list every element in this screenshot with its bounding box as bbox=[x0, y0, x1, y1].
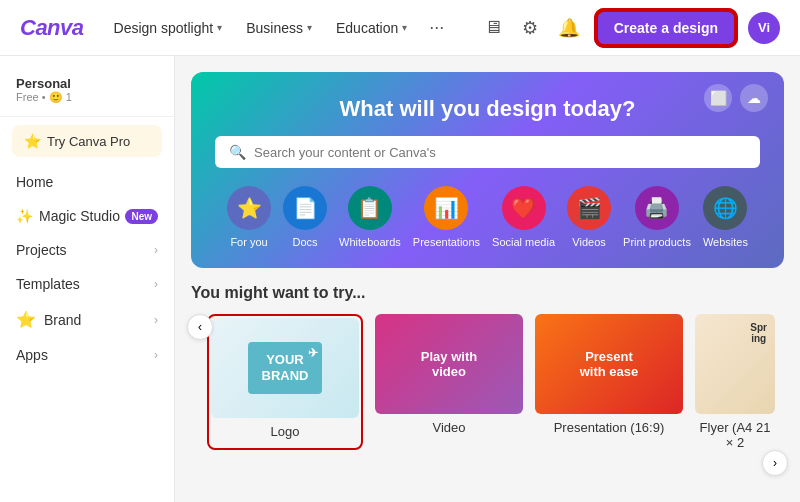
bell-icon[interactable]: 🔔 bbox=[554, 13, 584, 43]
chevron-right-icon: › bbox=[154, 313, 158, 327]
video-card-label: Video bbox=[375, 420, 523, 435]
category-foryou[interactable]: ⭐ For you bbox=[227, 186, 271, 248]
category-social-media[interactable]: ❤️ Social media bbox=[492, 186, 555, 248]
social-media-icon: ❤️ bbox=[502, 186, 546, 230]
suggestions-carousel: ‹ YOURBRAND ✈ Logo bbox=[191, 314, 784, 450]
nav-design-spotlight[interactable]: Design spotlight ▾ bbox=[104, 14, 233, 42]
sidebar-item-templates[interactable]: Templates › bbox=[0, 267, 174, 301]
websites-label: Websites bbox=[703, 236, 748, 248]
search-input[interactable] bbox=[254, 145, 746, 160]
sidebar-profile: Personal Free • 🙂 1 bbox=[0, 68, 174, 117]
suggestions-title: You might want to try... bbox=[191, 284, 784, 302]
category-print-products[interactable]: 🖨️ Print products bbox=[623, 186, 691, 248]
profile-sub: Free • 🙂 1 bbox=[16, 91, 158, 104]
presentations-icon: 📊 bbox=[424, 186, 468, 230]
carousel-next-button[interactable]: › bbox=[762, 450, 788, 476]
sidebar-item-projects[interactable]: Projects › bbox=[0, 233, 174, 267]
category-whiteboards[interactable]: 📋 Whiteboards bbox=[339, 186, 401, 248]
canva-logo[interactable]: Canva bbox=[20, 15, 84, 41]
apps-label: Apps bbox=[16, 347, 48, 363]
home-label: Home bbox=[16, 174, 53, 190]
foryou-icon: ⭐ bbox=[227, 186, 271, 230]
nav-education[interactable]: Education ▾ bbox=[326, 14, 417, 42]
social-media-label: Social media bbox=[492, 236, 555, 248]
whiteboards-icon: 📋 bbox=[348, 186, 392, 230]
suggestion-card-flyer[interactable]: Spring Flyer (A4 21 × 2 bbox=[695, 314, 775, 450]
search-bar[interactable]: 🔍 bbox=[215, 136, 760, 168]
sidebar: Personal Free • 🙂 1 ⭐ Try Canva Pro Home… bbox=[0, 56, 175, 502]
whiteboards-label: Whiteboards bbox=[339, 236, 401, 248]
main-nav: Design spotlight ▾ Business ▾ Education … bbox=[104, 13, 453, 42]
flyer-thumb: Spring bbox=[695, 314, 775, 414]
chevron-right-icon: › bbox=[154, 277, 158, 291]
brand-dot-icon: ⭐ bbox=[16, 310, 36, 329]
upload-icon[interactable]: ☁ bbox=[740, 84, 768, 112]
suggestion-card-presentation[interactable]: Presentwith ease Presentation (16:9) bbox=[535, 314, 683, 450]
magic-label: Magic Studio bbox=[39, 208, 120, 224]
print-products-label: Print products bbox=[623, 236, 691, 248]
brand-label: Brand bbox=[44, 312, 81, 328]
settings-icon[interactable]: ⚙ bbox=[518, 13, 542, 43]
nav-business[interactable]: Business ▾ bbox=[236, 14, 322, 42]
category-list: ⭐ For you 📄 Docs 📋 Whiteboards 📊 Present… bbox=[215, 186, 760, 248]
presentation-thumb: Presentwith ease bbox=[535, 314, 683, 414]
hero-action-icons: ⬜ ☁ bbox=[704, 84, 768, 112]
new-badge: New bbox=[125, 209, 158, 224]
category-videos[interactable]: 🎬 Videos bbox=[567, 186, 611, 248]
chevron-right-icon: › bbox=[154, 348, 158, 362]
presentation-card-label: Presentation (16:9) bbox=[535, 420, 683, 435]
main-layout: Personal Free • 🙂 1 ⭐ Try Canva Pro Home… bbox=[0, 56, 800, 502]
suggestion-cards-list: YOURBRAND ✈ Logo Play withvideo bbox=[191, 314, 784, 450]
flyer-card-label: Flyer (A4 21 × 2 bbox=[695, 420, 775, 450]
projects-label: Projects bbox=[16, 242, 67, 258]
star-icon: ⭐ bbox=[24, 133, 41, 149]
header-right: 🖥 ⚙ 🔔 Create a design Vi bbox=[480, 10, 780, 46]
more-nav-icon[interactable]: ··· bbox=[421, 13, 452, 42]
sidebar-item-magic-studio[interactable]: ✨ Magic Studio New bbox=[0, 199, 174, 233]
category-websites[interactable]: 🌐 Websites bbox=[703, 186, 748, 248]
hero-title: What will you design today? bbox=[215, 96, 760, 122]
hero-banner: ⬜ ☁ What will you design today? 🔍 ⭐ For … bbox=[191, 72, 784, 268]
sidebar-item-home[interactable]: Home bbox=[0, 165, 174, 199]
video-thumb: Play withvideo bbox=[375, 314, 523, 414]
category-presentations[interactable]: 📊 Presentations bbox=[413, 186, 480, 248]
suggestions-section: You might want to try... ‹ YOURBRAND ✈ bbox=[175, 268, 800, 458]
logo-thumb: YOURBRAND ✈ bbox=[211, 318, 359, 418]
docs-label: Docs bbox=[293, 236, 318, 248]
header: Canva Design spotlight ▾ Business ▾ Educ… bbox=[0, 0, 800, 56]
docs-icon: 📄 bbox=[283, 186, 327, 230]
videos-icon: 🎬 bbox=[567, 186, 611, 230]
crop-icon[interactable]: ⬜ bbox=[704, 84, 732, 112]
header-left: Canva Design spotlight ▾ Business ▾ Educ… bbox=[20, 13, 452, 42]
suggestion-card-video[interactable]: Play withvideo Video bbox=[375, 314, 523, 450]
avatar[interactable]: Vi bbox=[748, 12, 780, 44]
carousel-prev-button[interactable]: ‹ bbox=[187, 314, 213, 340]
profile-name: Personal bbox=[16, 76, 158, 91]
foryou-label: For you bbox=[230, 236, 267, 248]
create-design-button[interactable]: Create a design bbox=[596, 10, 736, 46]
presentations-label: Presentations bbox=[413, 236, 480, 248]
suggestion-card-logo[interactable]: YOURBRAND ✈ Logo bbox=[207, 314, 363, 450]
try-canva-pro-button[interactable]: ⭐ Try Canva Pro bbox=[12, 125, 162, 157]
videos-label: Videos bbox=[572, 236, 605, 248]
chevron-down-icon: ▾ bbox=[402, 22, 407, 33]
templates-label: Templates bbox=[16, 276, 80, 292]
sidebar-item-brand[interactable]: ⭐ Brand › bbox=[0, 301, 174, 338]
main-content: ⬜ ☁ What will you design today? 🔍 ⭐ For … bbox=[175, 56, 800, 502]
magic-icon: ✨ bbox=[16, 208, 33, 224]
monitor-icon[interactable]: 🖥 bbox=[480, 13, 506, 42]
search-icon: 🔍 bbox=[229, 144, 246, 160]
sidebar-item-apps[interactable]: Apps › bbox=[0, 338, 174, 372]
websites-icon: 🌐 bbox=[703, 186, 747, 230]
category-docs[interactable]: 📄 Docs bbox=[283, 186, 327, 248]
print-products-icon: 🖨️ bbox=[635, 186, 679, 230]
chevron-right-icon: › bbox=[154, 243, 158, 257]
chevron-down-icon: ▾ bbox=[307, 22, 312, 33]
logo-card-label: Logo bbox=[211, 424, 359, 439]
chevron-down-icon: ▾ bbox=[217, 22, 222, 33]
